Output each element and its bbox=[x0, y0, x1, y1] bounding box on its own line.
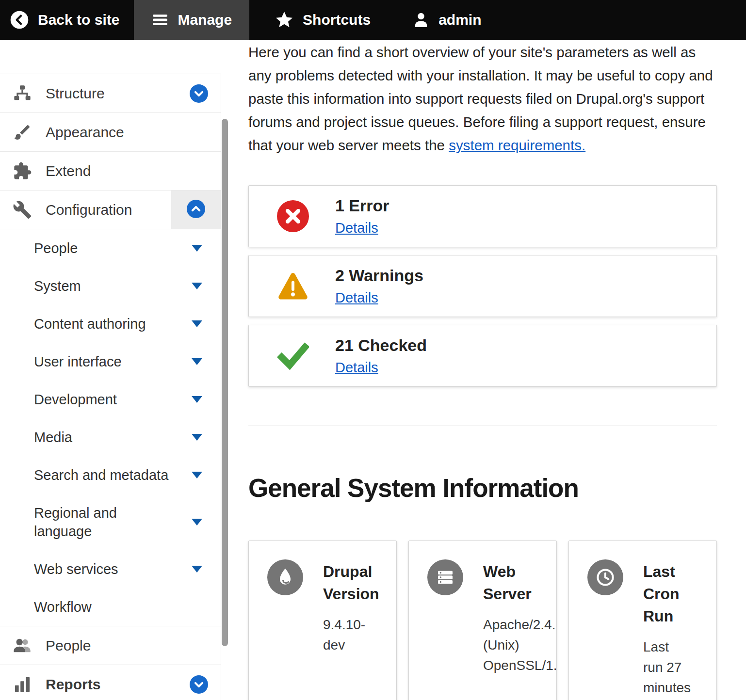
chevron-down-circle-icon[interactable] bbox=[190, 675, 208, 694]
shortcuts-button[interactable]: Shortcuts bbox=[260, 0, 385, 40]
sidebar-scrollbar[interactable] bbox=[222, 119, 228, 646]
status-report-intro: Here you can find a short overview of yo… bbox=[248, 41, 717, 157]
sidebar-subitem-content-authoring[interactable]: Content authoring bbox=[0, 305, 221, 343]
star-icon bbox=[275, 10, 294, 30]
sidebar-item-configuration[interactable]: Configuration bbox=[0, 191, 221, 229]
web-server-value: Apache/2.4. (Unix) OpenSSL/1.1 bbox=[483, 615, 557, 676]
warning-details-link[interactable]: Details bbox=[335, 290, 378, 306]
sidebar-item-structure[interactable]: Structure bbox=[0, 74, 221, 113]
chevron-down-triangle-icon[interactable] bbox=[192, 320, 202, 327]
user-icon bbox=[412, 11, 430, 29]
info-card-drupal-version: Drupal Version 9.4.10- dev bbox=[248, 541, 397, 700]
status-card-checked: 21 Checked Details bbox=[248, 325, 717, 387]
structure-icon bbox=[12, 83, 33, 104]
chevron-down-triangle-icon[interactable] bbox=[192, 358, 202, 365]
checkmark-icon bbox=[277, 340, 309, 372]
people-icon bbox=[12, 635, 33, 656]
drupal-version-value: 9.4.10- dev bbox=[323, 615, 397, 655]
sidebar-subitem-workflow[interactable]: Workflow bbox=[0, 588, 221, 626]
system-requirements-link[interactable]: system requirements. bbox=[449, 137, 585, 153]
sidebar-subitem-search-and-metadata[interactable]: Search and metadata bbox=[0, 456, 221, 494]
shortcuts-label: Shortcuts bbox=[303, 12, 371, 28]
error-count-title: 1 Error bbox=[335, 196, 389, 215]
status-report-content: Here you can find a short overview of yo… bbox=[248, 0, 717, 700]
general-system-information-title: General System Information bbox=[248, 473, 579, 503]
admin-user-label: admin bbox=[438, 12, 481, 28]
section-divider bbox=[248, 426, 717, 426]
admin-toolbar: Back to site Manage Shortcuts admin bbox=[0, 0, 746, 40]
web-server-title: Web Server bbox=[483, 559, 548, 605]
chevron-down-triangle-icon[interactable] bbox=[192, 434, 202, 441]
back-to-site-button[interactable]: Back to site bbox=[0, 0, 134, 40]
clock-icon bbox=[587, 559, 623, 595]
manage-tab[interactable]: Manage bbox=[134, 0, 249, 40]
back-to-site-label: Back to site bbox=[38, 12, 119, 28]
drupal-version-title: Drupal Version bbox=[323, 559, 388, 605]
manage-label: Manage bbox=[178, 12, 232, 28]
extend-puzzle-icon bbox=[12, 160, 33, 182]
sidebar-subitem-media[interactable]: Media bbox=[0, 418, 221, 456]
error-icon bbox=[277, 200, 309, 232]
checked-details-link[interactable]: Details bbox=[335, 360, 378, 376]
sidebar-subitem-development[interactable]: Development bbox=[0, 381, 221, 418]
sidebar-subitem-regional-and-language[interactable]: Regional and language bbox=[0, 494, 221, 550]
chevron-down-triangle-icon[interactable] bbox=[192, 472, 202, 478]
chevron-down-triangle-icon[interactable] bbox=[192, 283, 202, 289]
admin-user-button[interactable]: admin bbox=[398, 0, 496, 40]
sidebar-subitem-user-interface[interactable]: User interface bbox=[0, 343, 221, 381]
appearance-icon bbox=[12, 122, 33, 143]
chevron-down-triangle-icon[interactable] bbox=[192, 566, 202, 573]
hamburger-icon bbox=[151, 11, 169, 29]
status-card-error: 1 Error Details bbox=[248, 185, 717, 247]
sidebar-item-reports[interactable]: Reports bbox=[0, 665, 221, 700]
chevron-down-triangle-icon[interactable] bbox=[192, 519, 202, 525]
system-info-cards: Drupal Version 9.4.10- dev Web Server Ap… bbox=[248, 541, 717, 700]
chevron-up-circle-icon[interactable] bbox=[187, 200, 205, 220]
reports-bar-chart-icon bbox=[12, 674, 33, 695]
sidebar-subitem-system[interactable]: System bbox=[0, 267, 221, 305]
status-card-warning: 2 Warnings Details bbox=[248, 255, 717, 317]
error-details-link[interactable]: Details bbox=[335, 220, 378, 236]
sidebar-item-appearance[interactable]: Appearance bbox=[0, 113, 221, 152]
chevron-down-triangle-icon[interactable] bbox=[192, 245, 202, 252]
sidebar-subitem-people[interactable]: People bbox=[0, 229, 221, 267]
chevron-down-triangle-icon[interactable] bbox=[192, 396, 202, 403]
chevron-down-circle-icon[interactable] bbox=[190, 84, 208, 103]
sidebar-subitem-web-services[interactable]: Web services bbox=[0, 550, 221, 588]
warning-count-title: 2 Warnings bbox=[335, 266, 423, 285]
last-cron-run-value: Last run 27 minutes bbox=[643, 637, 717, 698]
back-arrow-icon bbox=[10, 10, 29, 30]
sidebar-item-people[interactable]: People bbox=[0, 626, 221, 665]
warning-icon bbox=[277, 270, 309, 302]
last-cron-run-title: Last Cron Run bbox=[643, 559, 708, 627]
info-card-web-server: Web Server Apache/2.4. (Unix) OpenSSL/1.… bbox=[408, 541, 557, 700]
sidebar-item-extend[interactable]: Extend bbox=[0, 152, 221, 191]
info-card-last-cron-run: Last Cron Run Last run 27 minutes bbox=[568, 541, 717, 700]
configuration-wrench-icon bbox=[12, 199, 33, 221]
server-icon bbox=[427, 559, 463, 595]
checked-count-title: 21 Checked bbox=[335, 336, 427, 355]
admin-sidebar-menu: Structure Appearance Extend Configuratio… bbox=[0, 74, 221, 700]
collapse-toggle-area[interactable] bbox=[171, 191, 221, 229]
drupal-logo-icon bbox=[267, 559, 303, 595]
